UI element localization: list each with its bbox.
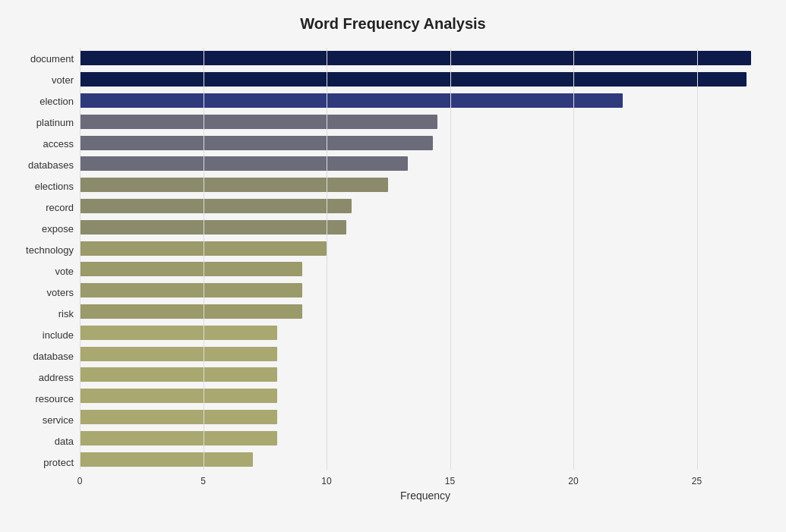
bar-row [80,323,771,343]
bar [80,326,277,340]
bar [80,452,253,467]
bar-row [80,69,771,90]
y-label: database [15,346,80,367]
bar [80,72,747,87]
bar-row [80,280,771,301]
bar-row [80,449,771,470]
y-label: election [15,91,80,112]
x-tick: 20 [568,476,578,486]
x-tick: 10 [321,476,331,486]
y-label: resource [15,389,80,409]
bar-row [80,301,771,322]
bars-section [80,48,771,470]
y-label: include [15,325,80,345]
y-label: protect [15,452,80,473]
bar [80,199,352,213]
bar [80,115,437,129]
plot-area: Frequency 0510152025 [80,48,771,496]
y-axis: documentvoterelectionplatinumaccessdatab… [15,48,80,496]
bar [80,431,277,445]
chart-area: documentvoterelectionplatinumaccessdatab… [15,48,771,496]
y-label: record [15,197,80,218]
y-label: risk [15,304,80,324]
y-label: access [15,134,80,154]
bar [80,367,277,382]
bar [80,304,302,319]
y-label: technology [15,240,80,260]
chart-container: Word Frequency Analysis documentvoterele… [0,0,786,532]
bar-row [80,364,771,385]
bar [80,389,277,403]
bar [80,410,277,424]
bar [80,283,302,297]
bar-row [80,386,771,406]
bar [80,51,751,65]
chart-title: Word Frequency Analysis [15,15,771,33]
bar-row [80,407,771,427]
bar [80,136,433,150]
bar-row [80,238,771,259]
bar-row [80,428,771,449]
bar-row [80,217,771,238]
bar-row [80,175,771,195]
bar-row [80,259,771,279]
bar [80,241,327,256]
x-tick: 0 [77,476,83,486]
y-label: document [15,49,80,69]
bar [80,93,623,108]
bar-row [80,196,771,216]
bar [80,220,346,235]
bar [80,178,388,192]
y-label: elections [15,176,80,197]
y-label: address [15,367,80,388]
bar-row [80,48,771,68]
bar-row [80,112,771,132]
x-tick: 15 [445,476,455,486]
x-tick: 25 [692,476,702,486]
y-label: voters [15,282,80,303]
bar [80,262,302,276]
bar-row [80,153,771,174]
bar [80,347,277,361]
x-axis-label: Frequency [80,490,771,502]
bar [80,156,408,171]
y-label: voter [15,70,80,90]
y-label: databases [15,155,80,175]
y-label: vote [15,261,80,282]
bar-row [80,90,771,111]
y-label: data [15,431,80,452]
x-axis: Frequency 0510152025 [80,473,771,496]
bar-row [80,133,771,153]
y-label: service [15,410,80,430]
x-tick: 5 [200,476,206,486]
y-label: expose [15,219,80,239]
y-label: platinum [15,112,80,133]
bar-row [80,344,771,364]
